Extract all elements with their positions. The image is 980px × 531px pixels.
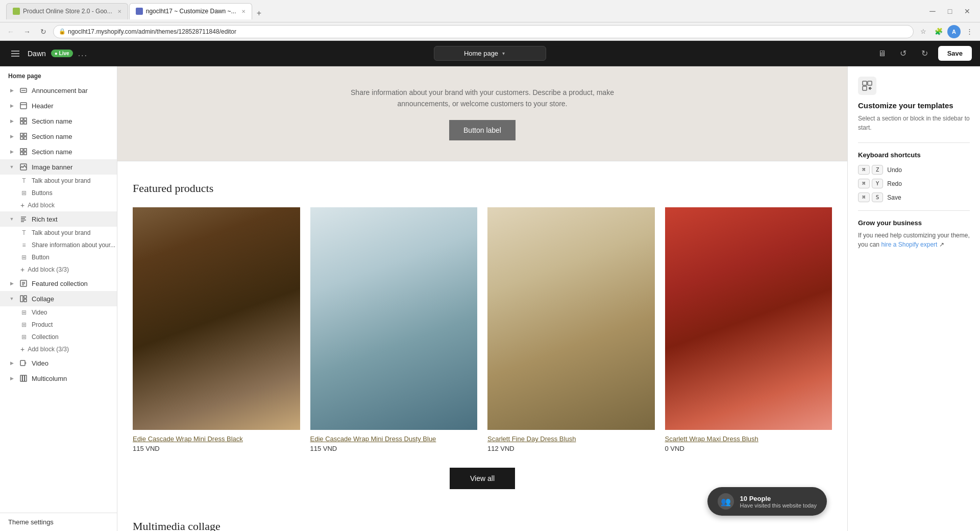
svg-rect-36 (868, 81, 872, 85)
product-name-2[interactable]: Edie Cascade Wrap Mini Dress Dusty Blue (310, 435, 478, 443)
sidebar-item-image-banner[interactable]: ▼ Image banner (0, 159, 117, 175)
image-banner-add-block[interactable]: + Add block (0, 199, 117, 211)
back-button[interactable]: ← (4, 25, 17, 38)
expand-icon: ▶ (8, 375, 15, 382)
toolbar-more-button[interactable]: ... (78, 49, 88, 58)
hire-shopify-expert-link[interactable]: hire a Shopify expert (881, 241, 937, 248)
svg-rect-16 (24, 149, 27, 151)
rt-share-icon: ≡ (20, 242, 28, 249)
product-name-3[interactable]: Scarlett Fine Day Dress Blush (487, 435, 655, 443)
hero-text: Share information about your brand with … (329, 87, 635, 110)
browser-actions: ☆ 🧩 A ⋮ (917, 25, 976, 38)
dress-figure-1 (133, 207, 300, 430)
sidebar-item-multicolumn[interactable]: ▶ Multicolumn (0, 371, 117, 386)
sidebar-sub-item-rt-button[interactable]: ⊞ Button (0, 251, 117, 263)
svg-rect-32 (20, 375, 22, 381)
sidebar-toggle-button[interactable] (8, 46, 22, 61)
panel-divider-2 (858, 210, 970, 211)
redo-keys: ⌘ Y (858, 179, 883, 188)
rt-share-label: Share information about your... (32, 242, 115, 249)
save-shortcut-label: Save (887, 194, 901, 201)
sidebar-sub-item-rt-share[interactable]: ≡ Share information about your... (0, 239, 117, 251)
sidebar-sub-item-talk-about-brand[interactable]: T Talk about your brand (0, 175, 117, 187)
sidebar-item-announcement-bar[interactable]: ▶ Announcement bar (0, 83, 117, 98)
expand-icon: ▶ (8, 359, 15, 367)
profile-avatar: A (947, 25, 961, 38)
sidebar-sub-item-col-product[interactable]: ⊞ Product (0, 319, 117, 331)
view-all-button[interactable]: View all (450, 468, 515, 489)
browser-tabs: Product Online Store 2.0 - Goo... ✕ ngoc… (6, 3, 922, 19)
page-selector-value: Home page (464, 50, 498, 57)
new-tab-button[interactable]: + (253, 7, 265, 19)
hero-button[interactable]: Button label (449, 120, 516, 140)
product-name-1[interactable]: Edie Cascade Wrap Mini Dress Black (133, 435, 300, 443)
section-name-1-label: Section name (32, 117, 112, 125)
svg-rect-14 (24, 137, 27, 139)
theme-settings-link[interactable]: Theme settings (0, 513, 117, 531)
redo-button[interactable]: ↻ (917, 45, 933, 62)
section-name-3-label: Section name (32, 148, 112, 156)
page-selector-dropdown[interactable]: Home page ▾ (434, 46, 546, 61)
product-card-2[interactable]: Edie Cascade Wrap Mini Dress Dusty Blue … (310, 207, 478, 453)
tab1-favicon (13, 8, 20, 15)
rt-talk-icon: T (20, 229, 28, 236)
forward-button[interactable]: → (20, 25, 34, 38)
save-key-s: S (872, 192, 884, 202)
product-name-4[interactable]: Scarlett Wrap Maxi Dress Blush (665, 435, 832, 443)
app-toolbar: Dawn ● Live ... Home page ▾ 🖥 ↺ ↻ Save (0, 41, 980, 66)
svg-rect-33 (22, 375, 24, 381)
svg-rect-15 (20, 149, 23, 151)
tab2-close[interactable]: ✕ (241, 9, 246, 14)
sidebar-item-video[interactable]: ▶ Video (0, 355, 117, 371)
sidebar-item-rich-text[interactable]: ▼ Rich text (0, 211, 117, 227)
talk-about-brand-label: Talk about your brand (32, 177, 90, 184)
account-icon[interactable]: A (947, 25, 961, 38)
section-name-1-icon (19, 117, 28, 125)
address-bar[interactable]: 🔒 ngoclht17.myshopify.com/admin/themes/1… (53, 25, 914, 38)
announcement-bar-label: Announcement bar (32, 87, 112, 94)
collage-add-block[interactable]: + Add block (3/3) (0, 343, 117, 355)
buttons-icon: ⊞ (20, 189, 28, 197)
undo-keys: ⌘ Z (858, 165, 883, 175)
panel-divider-1 (858, 142, 970, 143)
sidebar-sub-item-col-collection[interactable]: ⊞ Collection (0, 331, 117, 343)
shortcuts-title: Keyboard shortcuts (858, 151, 970, 159)
sidebar-item-section-name-2[interactable]: ▶ Section name (0, 129, 117, 144)
toolbar-center: Home page ▾ (116, 46, 864, 61)
device-preview-button[interactable]: 🖥 (874, 45, 890, 62)
sidebar-sub-item-rt-talk[interactable]: T Talk about your brand (0, 227, 117, 239)
save-keys: ⌘ S (858, 192, 883, 202)
undo-button[interactable]: ↺ (895, 45, 912, 62)
extensions-icon[interactable]: 🧩 (932, 25, 945, 38)
minimize-button[interactable]: ─ (926, 5, 939, 18)
grow-text: If you need help customizing your theme,… (858, 231, 970, 249)
sidebar-item-header[interactable]: ▶ Header (0, 98, 117, 113)
image-banner-icon (19, 163, 28, 171)
close-browser-button[interactable]: ✕ (961, 5, 974, 18)
sidebar-item-collage[interactable]: ▼ Collage (0, 291, 117, 306)
reload-button[interactable]: ↻ (37, 25, 50, 38)
browser-tab-1[interactable]: Product Online Store 2.0 - Goo... ✕ (6, 3, 128, 19)
menu-icon[interactable]: ⋮ (963, 25, 976, 38)
add-block-label: Add block (28, 202, 55, 209)
tab1-close[interactable]: ✕ (117, 9, 121, 14)
col-video-label: Video (32, 309, 47, 316)
product-card-1[interactable]: Edie Cascade Wrap Mini Dress Black 115 V… (133, 207, 300, 453)
sidebar-sub-item-buttons[interactable]: ⊞ Buttons (0, 187, 117, 199)
maximize-button[interactable]: □ (943, 5, 957, 18)
sidebar-item-section-name-1[interactable]: ▶ Section name (0, 113, 117, 129)
save-button[interactable]: Save (938, 46, 972, 61)
sidebar-sub-item-col-video[interactable]: ⊞ Video (0, 306, 117, 319)
toast-count: 10 People (740, 495, 771, 502)
svg-rect-37 (863, 86, 867, 90)
sidebar-item-section-name-3[interactable]: ▶ Section name (0, 144, 117, 159)
sidebar-item-featured-collection[interactable]: ▶ Featured collection (0, 276, 117, 291)
bookmark-icon[interactable]: ☆ (917, 25, 930, 38)
browser-tab-2[interactable]: ngoclht17 ~ Customize Dawn ~... ✕ (129, 3, 252, 19)
rt-talk-label: Talk about your brand (32, 229, 90, 236)
undo-key-z: Z (872, 165, 884, 175)
product-card-3[interactable]: Scarlett Fine Day Dress Blush 112 VND (487, 207, 655, 453)
product-card-4[interactable]: Scarlett Wrap Maxi Dress Blush 0 VND (665, 207, 832, 453)
rich-text-add-block[interactable]: + Add block (3/3) (0, 263, 117, 276)
product-image-1 (133, 207, 300, 430)
